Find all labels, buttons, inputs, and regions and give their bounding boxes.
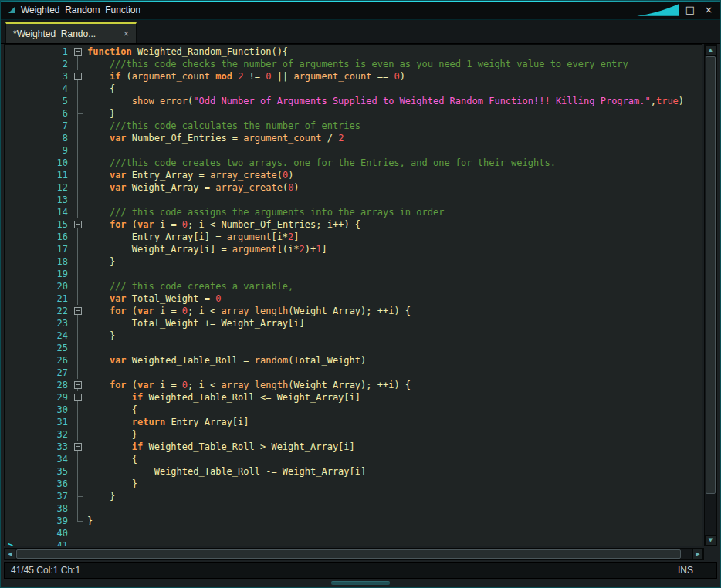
fold-margin[interactable] (72, 391, 84, 404)
code-line[interactable]: 8 var Number_Of_Entries = argument_count… (5, 132, 702, 144)
fold-margin[interactable] (72, 157, 84, 169)
code-line[interactable]: 17 Weight_Array[i] = argument[(i*2)+1] (5, 243, 702, 255)
fold-margin[interactable] (72, 194, 84, 206)
fold-margin[interactable] (72, 58, 84, 70)
fold-margin[interactable] (72, 465, 84, 478)
fold-margin[interactable] (72, 144, 84, 157)
line-number[interactable]: 31 (42, 416, 72, 428)
line-number[interactable]: 13 (42, 194, 72, 206)
line-number[interactable]: 1 (42, 46, 72, 58)
code-line[interactable]: 2 ///this code checks the number of argu… (5, 58, 702, 70)
line-number[interactable]: 29 (42, 391, 72, 404)
line-number[interactable]: 36 (42, 478, 72, 490)
line-number[interactable]: 11 (42, 169, 72, 181)
line-number[interactable]: 27 (42, 367, 72, 379)
fold-margin[interactable] (72, 428, 84, 441)
line-number[interactable]: 39 (42, 515, 72, 527)
line-number[interactable]: 15 (42, 218, 72, 231)
line-number[interactable]: 37 (42, 490, 72, 502)
code-line[interactable]: 40 (5, 527, 702, 539)
fold-margin[interactable] (72, 502, 84, 515)
line-number[interactable]: 35 (42, 465, 72, 478)
fold-margin[interactable] (72, 342, 84, 354)
line-number[interactable]: 9 (42, 144, 72, 157)
line-number[interactable]: 25 (42, 342, 72, 354)
line-number[interactable]: 4 (42, 83, 72, 95)
fold-margin[interactable] (72, 169, 84, 181)
vertical-scroll-track[interactable] (705, 56, 716, 535)
code-line[interactable]: 1function Weighted_Random_Function(){ (5, 46, 702, 58)
line-number[interactable]: 8 (42, 132, 72, 144)
fold-margin[interactable] (72, 478, 84, 490)
code-line[interactable]: 10 ///this code creates two arrays. one … (5, 157, 702, 169)
code-line[interactable]: 5 show_error("Odd Number of Arguments Su… (5, 95, 702, 107)
code-line[interactable]: 16 Entry_Array[i] = argument[i*2] (5, 231, 702, 243)
line-number[interactable]: 23 (42, 317, 72, 329)
code-line[interactable]: 32 } (5, 428, 702, 441)
fold-margin[interactable] (72, 305, 84, 317)
fold-margin[interactable] (72, 453, 84, 465)
code-line[interactable]: 4 { (5, 83, 702, 95)
code-line[interactable]: 33 if Weighted_Table_Roll > Weight_Array… (5, 441, 702, 453)
fold-margin[interactable] (72, 83, 84, 95)
fold-margin[interactable] (72, 379, 84, 391)
horizontal-scroll-thumb[interactable] (16, 549, 681, 559)
line-number[interactable]: 34 (42, 453, 72, 465)
code-line[interactable]: 14 /// this code assigns the arguments i… (5, 206, 702, 218)
fold-margin[interactable] (72, 120, 84, 132)
fold-margin[interactable] (72, 539, 84, 546)
line-number[interactable]: 21 (42, 292, 72, 305)
code-line[interactable]: 21 var Total_Weight = 0 (5, 292, 702, 305)
code-line[interactable]: 18 } (5, 255, 702, 268)
code-line[interactable]: 36 } (5, 478, 702, 490)
fold-margin[interactable] (72, 367, 84, 379)
code-line[interactable]: 3 if (argument_count mod 2 != 0 || argum… (5, 70, 702, 83)
vertical-scroll-thumb[interactable] (706, 56, 716, 494)
line-number[interactable]: 38 (42, 502, 72, 515)
fold-margin[interactable] (72, 416, 84, 428)
tab-close-icon[interactable]: × (113, 29, 129, 39)
code-line[interactable]: 26 var Weighted_Table_Roll = random(Tota… (5, 354, 702, 367)
line-number[interactable]: 2 (42, 58, 72, 70)
code-line[interactable]: 19 (5, 268, 702, 280)
vertical-scrollbar[interactable]: ▲ ▼ (704, 44, 717, 546)
code-line[interactable]: 15 for (var i = 0; i < Number_Of_Entries… (5, 218, 702, 231)
fold-margin[interactable] (72, 280, 84, 292)
line-number[interactable]: 12 (42, 181, 72, 194)
line-number[interactable]: 6 (42, 107, 72, 120)
fold-margin[interactable] (72, 218, 84, 231)
code-line[interactable]: 39} (5, 515, 702, 527)
code-line[interactable]: 22 for (var i = 0; i < array_length(Weig… (5, 305, 702, 317)
fold-toggle-icon[interactable] (74, 48, 82, 56)
fold-toggle-icon[interactable] (74, 221, 82, 228)
fold-toggle-icon[interactable] (74, 381, 82, 389)
fold-margin[interactable] (72, 206, 84, 218)
line-number[interactable]: 16 (42, 231, 72, 243)
fold-margin[interactable] (72, 132, 84, 144)
line-number[interactable]: 26 (42, 354, 72, 367)
line-number[interactable]: 22 (42, 305, 72, 317)
fold-margin[interactable] (72, 404, 84, 416)
fold-toggle-icon[interactable] (74, 443, 82, 451)
line-number[interactable]: 7 (42, 120, 72, 132)
fold-margin[interactable] (72, 515, 84, 527)
fold-margin[interactable] (72, 255, 84, 268)
line-number[interactable]: 17 (42, 243, 72, 255)
fold-toggle-icon[interactable] (74, 394, 82, 401)
code-editor[interactable]: 1function Weighted_Random_Function(){2 /… (4, 44, 702, 546)
code-line[interactable]: 9 (5, 144, 702, 157)
code-line[interactable]: 23 Total_Weight += Weight_Array[i] (5, 317, 702, 329)
titlebar[interactable]: Weighted_Random_Function □ × (1, 1, 720, 20)
code-line[interactable]: 28 for (var i = 0; i < array_length(Weig… (5, 379, 702, 391)
code-line[interactable]: 34 { (5, 453, 702, 465)
code-line[interactable]: 13 (5, 194, 702, 206)
line-number[interactable]: 10 (42, 157, 72, 169)
fold-margin[interactable] (72, 243, 84, 255)
line-number[interactable]: 40 (42, 527, 72, 539)
code-area[interactable]: 1function Weighted_Random_Function(){2 /… (5, 46, 702, 546)
line-number[interactable]: 19 (42, 268, 72, 280)
fold-margin[interactable] (72, 292, 84, 305)
code-line[interactable]: 31 return Entry_Array[i] (5, 416, 702, 428)
fold-margin[interactable] (72, 317, 84, 329)
code-line[interactable]: 35 Weighted_Table_Roll -= Weight_Array[i… (5, 465, 702, 478)
